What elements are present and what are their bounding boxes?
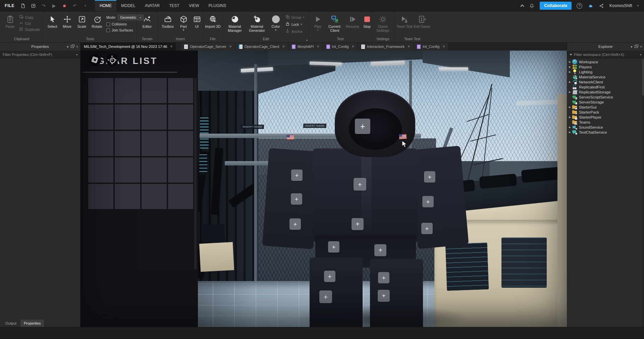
gear-slot[interactable] xyxy=(168,131,193,156)
username-label[interactable]: KosmosShift xyxy=(609,3,632,8)
team-test-button[interactable]: Team Test xyxy=(396,13,413,29)
explorer-item-teams[interactable]: Teams xyxy=(567,120,644,125)
attachment-plus-button[interactable]: + xyxy=(355,119,370,134)
explorer-item-soundservice[interactable]: ▶SoundService xyxy=(567,125,644,130)
gear-slot[interactable] xyxy=(88,131,113,156)
play-quick-icon[interactable]: ▶ xyxy=(51,3,57,9)
explorer-collapse-icon[interactable]: ▾ xyxy=(631,45,632,49)
document-tab[interactable]: OperatorCage_Client× xyxy=(235,43,288,51)
notifications-bell-icon[interactable] xyxy=(529,3,535,9)
explorer-item-serverstorage[interactable]: ServerStorage xyxy=(567,99,644,105)
attachment-plus-button[interactable]: + xyxy=(354,178,366,191)
explorer-float-icon[interactable] xyxy=(635,45,638,48)
attachment-plus-button[interactable]: + xyxy=(289,218,301,230)
bottom-tab-output[interactable]: Output xyxy=(2,320,20,327)
gear-slot[interactable] xyxy=(88,105,113,130)
explorer-item-players[interactable]: ▶Players xyxy=(567,64,644,69)
file-menu-button[interactable]: FILE xyxy=(0,0,20,11)
quick-access-more-icon[interactable]: ▾ xyxy=(82,3,88,9)
explorer-item-serverscriptservice[interactable]: ServerScriptService xyxy=(567,94,644,99)
new-file-icon[interactable] xyxy=(20,3,26,9)
attachment-plus-button[interactable]: + xyxy=(328,241,339,253)
redo-icon[interactable]: ↷ xyxy=(41,3,47,9)
document-tab[interactable]: Int_Config× xyxy=(414,43,448,51)
share-icon[interactable] xyxy=(598,3,604,9)
menu-tab-home[interactable]: HOME xyxy=(95,0,116,11)
tab-close-icon[interactable]: × xyxy=(352,44,354,49)
menu-tab-view[interactable]: VIEW xyxy=(184,0,204,11)
exit-game-button[interactable]: Exit Game xyxy=(414,13,430,29)
gear-slot[interactable] xyxy=(115,157,140,183)
group-button[interactable]: Group ▾ xyxy=(285,15,304,20)
color-button[interactable]: Color ▾ xyxy=(269,13,283,31)
select-tool-button[interactable]: Select xyxy=(45,13,59,29)
attachment-plus-button[interactable]: + xyxy=(378,290,390,302)
tab-close-icon[interactable]: × xyxy=(170,44,172,49)
move-tool-button[interactable]: Move xyxy=(60,13,74,29)
document-tab[interactable]: Interaction_Framework× xyxy=(358,43,414,51)
explorer-item-networkclient[interactable]: ▶NetworkClient xyxy=(567,79,644,84)
copy-button[interactable]: Copy xyxy=(19,15,40,20)
expand-arrow-icon[interactable]: ▶ xyxy=(568,66,572,68)
collapse-ribbon-icon[interactable] xyxy=(521,4,524,8)
game-settings-button[interactable]: Game Settings xyxy=(374,13,392,32)
scale-tool-button[interactable]: Scale xyxy=(75,13,89,29)
bottom-tab-properties[interactable]: Properties xyxy=(20,320,44,327)
attachment-plus-button[interactable]: + xyxy=(378,272,389,283)
ui-button[interactable]: UI xyxy=(191,13,203,29)
lock-button[interactable]: Lock ▾ xyxy=(285,22,304,27)
gear-slot[interactable] xyxy=(115,78,140,103)
expand-arrow-icon[interactable]: ▶ xyxy=(568,71,572,73)
toolbox-button[interactable]: Toolbox xyxy=(159,13,176,29)
explorer-filter-input[interactable] xyxy=(574,53,638,57)
expand-arrow-icon[interactable]: ▶ xyxy=(568,61,572,63)
terrain-editor-button[interactable]: Editor xyxy=(139,13,156,29)
expand-arrow-icon[interactable]: ▶ xyxy=(568,116,572,119)
attachment-plus-button[interactable]: + xyxy=(352,218,364,230)
gear-list-scrollbar[interactable] xyxy=(194,78,197,269)
document-tab[interactable]: OperatorCage_Server× xyxy=(181,43,235,51)
expand-arrow-icon[interactable]: ▶ xyxy=(568,91,572,93)
play-button[interactable]: Play ▾ xyxy=(311,13,324,31)
user-menu-caret-icon[interactable]: ▾ xyxy=(637,4,639,7)
paste-button[interactable]: Paste xyxy=(2,13,18,29)
attachment-plus-button[interactable]: + xyxy=(421,223,433,234)
document-tab[interactable]: MorphAPI× xyxy=(288,43,323,51)
explorer-item-starterpack[interactable]: StarterPack xyxy=(567,110,644,115)
menu-tab-model[interactable]: MODEL xyxy=(116,0,140,11)
menu-tab-avatar[interactable]: AVATAR xyxy=(140,0,164,11)
explorer-close-icon[interactable]: × xyxy=(640,45,642,49)
gear-slot[interactable] xyxy=(142,157,167,183)
explorer-item-textchatservice[interactable]: ▶TextChatService xyxy=(567,130,644,135)
part-button[interactable]: Part ▾ xyxy=(177,13,190,31)
properties-float-icon[interactable] xyxy=(71,45,74,48)
expand-arrow-icon[interactable]: ▶ xyxy=(568,126,572,129)
gear-slot[interactable] xyxy=(115,184,140,209)
gear-slot[interactable] xyxy=(115,105,140,130)
menu-tab-test[interactable]: TEST xyxy=(164,0,184,11)
gear-slot[interactable] xyxy=(142,131,167,156)
current-client-button[interactable]: Current: Client xyxy=(325,13,344,32)
properties-filter-caret-icon[interactable]: ▾ xyxy=(76,53,77,56)
properties-filter-input[interactable] xyxy=(3,53,74,57)
cut-button[interactable]: ✂ Cut xyxy=(19,21,40,25)
gear-slot[interactable] xyxy=(115,131,140,156)
attachment-plus-button[interactable]: + xyxy=(319,290,332,303)
document-tab[interactable]: Int_Config× xyxy=(323,43,358,51)
gear-slot[interactable] xyxy=(88,78,113,103)
attachment-plus-button[interactable]: + xyxy=(291,170,303,181)
explorer-item-starterplayer[interactable]: ▶StarterPlayer xyxy=(567,115,644,120)
expand-arrow-icon[interactable]: ▶ xyxy=(568,131,572,134)
explorer-filter-caret-icon[interactable]: ▾ xyxy=(640,53,641,56)
explorer-scrollbar-thumb[interactable] xyxy=(642,59,644,95)
properties-close-icon[interactable]: × xyxy=(76,45,78,49)
part-caret-icon[interactable]: ▾ xyxy=(183,29,184,31)
attachment-plus-button[interactable]: + xyxy=(324,271,335,282)
gear-slot[interactable] xyxy=(168,157,193,183)
gear-slot[interactable] xyxy=(168,184,193,209)
collaborate-button[interactable]: Collaborate xyxy=(540,2,572,10)
explorer-item-materialservice[interactable]: MaterialService xyxy=(567,74,644,79)
cloud-sync-icon[interactable] xyxy=(587,3,593,9)
tab-close-icon[interactable]: × xyxy=(442,44,445,49)
material-generator-button[interactable]: Material Generator xyxy=(246,13,268,32)
